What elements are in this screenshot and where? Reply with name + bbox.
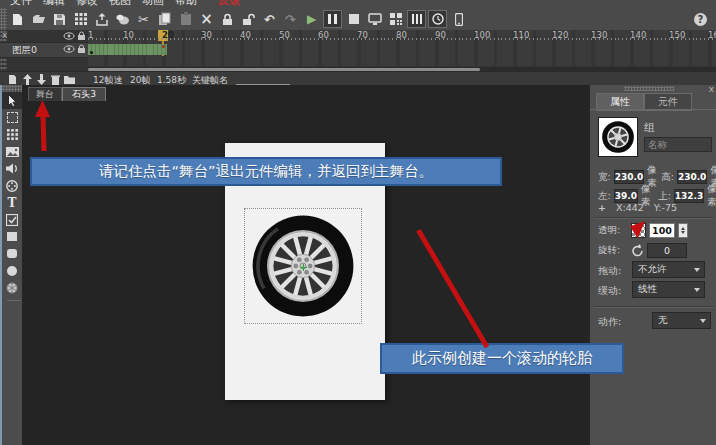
text-tool[interactable]: T <box>2 194 22 211</box>
new-file-icon[interactable] <box>8 10 27 28</box>
rotate-icon[interactable] <box>631 244 644 257</box>
menu-edit[interactable]: 编辑 <box>43 0 65 7</box>
left-field[interactable]: 39.0 <box>614 189 638 203</box>
easing-select[interactable]: 线性 <box>632 281 705 298</box>
chevron-down-icon <box>700 319 706 323</box>
cut-icon[interactable]: ✂ <box>134 10 153 28</box>
components-grid-tool[interactable] <box>2 126 22 143</box>
lock-icon[interactable] <box>218 10 237 28</box>
keyframe-start-dot[interactable] <box>90 51 93 54</box>
tool-dock-grip[interactable] <box>2 85 22 92</box>
rotation-row: 旋转: 0 <box>598 243 712 258</box>
annotation-callout-tire: 此示例创建一个滚动的轮胎 <box>380 343 624 374</box>
section-divider <box>594 217 714 219</box>
video-tool[interactable] <box>2 177 22 194</box>
rotation-field[interactable]: 0 <box>647 243 687 258</box>
height-field[interactable]: 230.0 <box>677 170 707 184</box>
play-icon[interactable]: ▶ <box>302 10 321 28</box>
tab-stage[interactable]: 舞台 <box>28 87 62 101</box>
audio-tool[interactable] <box>2 160 22 177</box>
copy-icon[interactable] <box>155 10 174 28</box>
frame-span[interactable] <box>88 44 167 55</box>
y-coordinate: Y:-75 <box>654 202 677 213</box>
width-field[interactable]: 230.0 <box>614 170 644 184</box>
frame-ruler-label: 40 <box>240 30 251 41</box>
polygon-tool[interactable] <box>2 279 22 296</box>
annotation-callout-stage: 请记住点击“舞台”退出元件编辑，并返回到主舞台。 <box>30 157 502 186</box>
unlock-icon[interactable] <box>239 10 258 28</box>
timeline-footer: 12帧速 20帧 1.58秒 关键帧名 <box>0 71 716 86</box>
menu-file[interactable]: 文件 <box>10 0 32 7</box>
menu-bar: 文件 编辑 修改 视图 动画 帮助 反馈 <box>0 0 716 8</box>
toolbar-grip[interactable] <box>0 8 7 30</box>
keyframe-name-input[interactable] <box>236 75 290 85</box>
frame-ruler-labels[interactable]: 1102030405060708090100110120130140150160 <box>0 30 716 41</box>
delete-layer-trash-icon[interactable] <box>49 73 61 85</box>
frame-ruler-label: 100 <box>474 30 490 41</box>
tab-symbol-shitou3[interactable]: 石头3 <box>62 87 106 101</box>
grid-icon[interactable] <box>71 10 90 28</box>
frame-ruler-label: 30 <box>201 30 212 41</box>
top-field[interactable]: 132.3 <box>674 189 704 203</box>
form-check-tool[interactable] <box>2 211 22 228</box>
preview-icon[interactable] <box>365 10 384 28</box>
keyframe-end-dot[interactable] <box>162 45 165 48</box>
select-cursor-tool[interactable] <box>2 92 22 109</box>
pause-icon[interactable] <box>323 10 342 28</box>
drag-select[interactable]: 不允许 <box>632 261 705 278</box>
layer-visibility-eye-icon[interactable] <box>63 45 75 55</box>
image-tool[interactable] <box>2 143 22 160</box>
mobile-preview-icon[interactable] <box>449 10 468 28</box>
frame-ruler-label: 80 <box>396 30 407 41</box>
ellipse-tool[interactable] <box>2 262 22 279</box>
opacity-field[interactable]: 100 <box>649 223 675 238</box>
menu-feedback[interactable]: 反馈 <box>218 0 240 7</box>
open-file-icon[interactable] <box>29 10 48 28</box>
move-layer-down-icon[interactable] <box>35 73 47 85</box>
menu-animation[interactable]: 动画 <box>142 0 164 7</box>
visibility-column-eye-icon[interactable] <box>63 32 75 42</box>
delete-icon[interactable]: × <box>197 10 216 28</box>
new-layer-icon[interactable] <box>6 73 18 85</box>
animation-editor-window: 文件 编辑 修改 视图 动画 帮助 反馈 ✂ × ↶ ↷ ▶ ? <box>0 0 716 445</box>
frame-ruler-label: 130 <box>591 30 607 41</box>
paint-icon[interactable] <box>113 10 132 28</box>
frame-ruler-label: 70 <box>357 30 368 41</box>
menu-help[interactable]: 帮助 <box>175 0 197 7</box>
columns-icon[interactable] <box>407 10 426 28</box>
rectangle-tool[interactable] <box>2 228 22 245</box>
save-icon[interactable] <box>50 10 69 28</box>
opacity-row: 透明: 100 <box>598 223 712 238</box>
chevron-down-icon <box>694 268 700 272</box>
layer-folder-icon[interactable] <box>63 73 75 85</box>
frame-ruler-label: 120 <box>552 30 568 41</box>
panel-divider <box>590 109 716 110</box>
paste-icon <box>176 10 195 28</box>
lock-column-icon[interactable] <box>77 31 89 41</box>
frame-ruler-label: 50 <box>279 30 290 41</box>
opacity-checker-icon[interactable] <box>631 223 646 238</box>
selected-object-bounds[interactable] <box>244 208 362 324</box>
properties-panel-close-icon[interactable]: x <box>709 85 714 94</box>
stage-canvas[interactable]: 舞台 石头3 <box>22 85 588 445</box>
object-name-input[interactable] <box>644 137 712 152</box>
anchor-point-icon[interactable]: + <box>598 202 606 213</box>
rounded-rectangle-tool[interactable] <box>2 245 22 262</box>
opacity-stepper[interactable] <box>678 223 688 238</box>
tire-thumbnail-image <box>601 120 635 154</box>
main-area: T 舞台 石头3 <box>0 85 716 445</box>
menu-view[interactable]: 视图 <box>109 0 131 7</box>
timer-icon[interactable] <box>428 10 447 28</box>
export-icon[interactable] <box>92 10 111 28</box>
stop-icon[interactable] <box>344 10 363 28</box>
menu-modify[interactable]: 修改 <box>76 0 98 7</box>
move-layer-up-icon[interactable] <box>21 73 33 85</box>
action-select[interactable]: 无 <box>652 312 711 329</box>
frame-ruler-label: 150 <box>669 30 685 41</box>
undo-icon[interactable]: ↶ <box>260 10 279 28</box>
qrcode-icon[interactable] <box>386 10 405 28</box>
layer-name[interactable]: 图层0 <box>12 44 37 57</box>
help-icon[interactable]: ? <box>691 10 710 28</box>
properties-panel-grip[interactable] <box>624 86 674 91</box>
transform-tool[interactable] <box>2 109 22 126</box>
